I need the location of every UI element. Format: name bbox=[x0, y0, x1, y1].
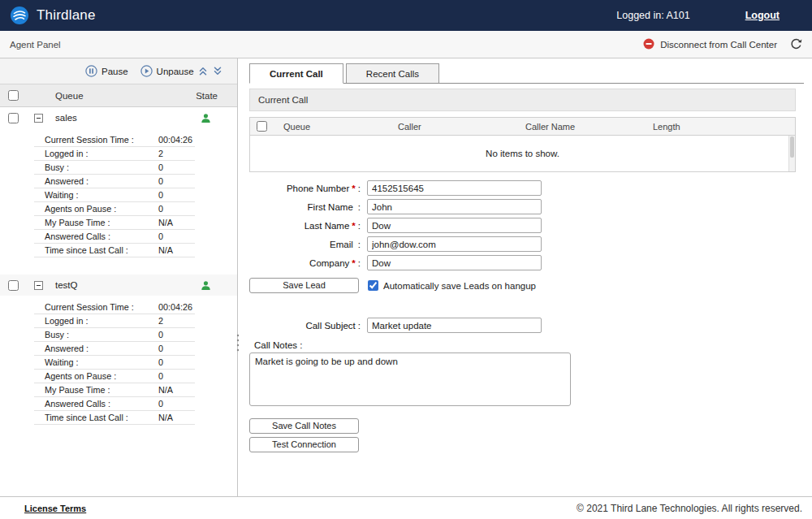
first-name-input[interactable] bbox=[367, 199, 542, 214]
queue-stat-row: Time since Last Call :N/A bbox=[34, 411, 195, 425]
collapse-toggle-icon[interactable] bbox=[34, 281, 43, 290]
queues-panel: Pause Unpause bbox=[0, 58, 238, 496]
queue-stats: Current Session Time :00:04:26 Logged in… bbox=[34, 133, 195, 257]
call-table-header: Queue Caller Caller Name Length bbox=[250, 118, 795, 136]
stat-label: My Pause Time : bbox=[34, 218, 158, 227]
save-lead-row: Save Lead Automatically save Leads on ha… bbox=[249, 278, 804, 293]
stat-label: Waiting : bbox=[34, 190, 158, 200]
collapse-all-icon[interactable] bbox=[198, 66, 208, 76]
scrollbar-thumb[interactable] bbox=[790, 136, 794, 158]
auto-save-checkbox[interactable] bbox=[368, 280, 378, 291]
queue-row-sales[interactable]: sales bbox=[0, 107, 237, 128]
queue-stat-row: Agents on Pause :0 bbox=[34, 202, 195, 216]
copyright-text: © 2021 Third Lane Technologies. All righ… bbox=[577, 503, 802, 514]
refresh-icon[interactable] bbox=[790, 38, 802, 50]
brand-title: Thirdlane bbox=[37, 7, 96, 24]
page-title: Agent Panel bbox=[10, 40, 61, 50]
queues-list: sales Current Session Time :00:04:26 Log… bbox=[0, 107, 237, 496]
pause-button[interactable]: Pause bbox=[85, 65, 128, 77]
stat-value: N/A bbox=[158, 245, 173, 255]
agent-panel-app: Thirdlane Logged in: A101 Logout Agent P… bbox=[0, 0, 812, 519]
stat-label: Time since Last Call : bbox=[34, 245, 158, 255]
tab-current-call[interactable]: Current Call bbox=[249, 63, 343, 84]
state-column-header: State bbox=[196, 91, 218, 101]
logout-link[interactable]: Logout bbox=[745, 10, 780, 21]
stat-value: N/A bbox=[158, 413, 173, 422]
phone-number-input[interactable] bbox=[367, 180, 542, 196]
queue-stat-row: Agents on Pause :0 bbox=[34, 370, 195, 383]
thirdlane-logo-icon bbox=[10, 6, 29, 25]
queue-stats: Current Session Time :00:04:26 Logged in… bbox=[34, 301, 195, 425]
disconnect-button[interactable]: Disconnect from Call Center bbox=[643, 38, 777, 51]
form-row: Last Name*: bbox=[249, 218, 804, 233]
stat-value: N/A bbox=[158, 385, 173, 395]
agent-state-icon bbox=[201, 280, 211, 291]
queue-column: Queue bbox=[276, 122, 398, 132]
section-title: Current Call bbox=[249, 89, 796, 111]
stat-value: 2 bbox=[158, 316, 163, 326]
call-notes-textarea[interactable]: Market is going to be up and down bbox=[249, 352, 571, 406]
tab-bar: Current Call Recent Calls bbox=[249, 63, 804, 84]
required-asterisk: * bbox=[352, 221, 355, 231]
stat-value: 2 bbox=[158, 149, 163, 158]
tab-recent-calls[interactable]: Recent Calls bbox=[346, 63, 439, 83]
queue-stat-row: Answered :0 bbox=[34, 342, 195, 356]
length-column: Length bbox=[653, 122, 788, 132]
empty-table-message: No items to show. bbox=[486, 149, 559, 158]
caller-column: Caller bbox=[398, 122, 525, 132]
stat-label: Answered : bbox=[34, 344, 158, 353]
auto-save-option: Automatically save Leads on hangup bbox=[368, 280, 536, 291]
queue-name: sales bbox=[55, 113, 77, 123]
queue-checkbox[interactable] bbox=[8, 113, 19, 123]
select-all-calls-checkbox[interactable] bbox=[257, 121, 267, 132]
queue-column-header: Queue bbox=[55, 91, 84, 101]
stat-value: N/A bbox=[158, 218, 173, 227]
select-all-queues-checkbox[interactable] bbox=[8, 90, 19, 101]
logged-in-label: Logged in: A101 bbox=[616, 10, 689, 21]
body-area: Pause Unpause bbox=[0, 58, 812, 496]
unpause-label: Unpause bbox=[157, 67, 194, 76]
call-subject-input[interactable] bbox=[367, 318, 542, 333]
stat-label: Logged in : bbox=[34, 316, 158, 326]
queue-stat-row: Logged in :2 bbox=[34, 314, 195, 328]
stat-label: Time since Last Call : bbox=[34, 413, 158, 422]
license-terms-link[interactable]: License Terms bbox=[24, 504, 86, 513]
save-lead-button[interactable]: Save Lead bbox=[249, 278, 359, 293]
first-name-label: First Name: bbox=[249, 202, 361, 212]
disconnect-icon bbox=[643, 38, 654, 51]
company-input[interactable] bbox=[367, 255, 542, 270]
disconnect-label: Disconnect from Call Center bbox=[660, 40, 777, 50]
auto-save-label: Automatically save Leads on hangup bbox=[383, 281, 536, 291]
sub-header: Agent Panel Disconnect from Call Center bbox=[0, 31, 812, 58]
stat-value: 0 bbox=[158, 371, 163, 381]
top-bar: Thirdlane Logged in: A101 Logout bbox=[0, 0, 812, 31]
stat-label: Logged in : bbox=[34, 149, 158, 158]
form-row: Phone Number*: bbox=[249, 180, 804, 196]
company-label: Company*: bbox=[249, 258, 361, 268]
phone-number-label: Phone Number*: bbox=[249, 184, 361, 193]
stat-label: Answered Calls : bbox=[34, 231, 158, 241]
form-row: Email: bbox=[249, 236, 804, 252]
unpause-button[interactable]: Unpause bbox=[140, 65, 194, 77]
queue-checkbox[interactable] bbox=[8, 280, 19, 291]
collapse-toggle-icon[interactable] bbox=[34, 114, 43, 123]
email-input[interactable] bbox=[367, 236, 542, 252]
caller-name-column: Caller Name bbox=[525, 122, 653, 132]
stat-label: Agents on Pause : bbox=[34, 371, 158, 381]
pause-label: Pause bbox=[102, 67, 128, 76]
save-call-notes-button[interactable]: Save Call Notes bbox=[249, 418, 359, 434]
stat-label: My Pause Time : bbox=[34, 385, 158, 395]
call-notes-label: Call Notes : bbox=[249, 340, 804, 350]
stat-value: 00:04:26 bbox=[158, 302, 192, 312]
queue-row-testq[interactable]: testQ bbox=[0, 275, 237, 296]
expand-all-icon[interactable] bbox=[213, 66, 222, 76]
form-row: First Name: bbox=[249, 199, 804, 214]
panel-splitter[interactable] bbox=[234, 331, 242, 354]
test-connection-button[interactable]: Test Connection bbox=[249, 437, 359, 452]
table-scrollbar[interactable] bbox=[788, 136, 795, 171]
queue-stat-row: Time since Last Call :N/A bbox=[34, 244, 195, 257]
queue-stat-row: Logged in :2 bbox=[34, 147, 195, 161]
last-name-input[interactable] bbox=[367, 218, 542, 233]
email-label: Email: bbox=[249, 240, 361, 249]
stat-value: 0 bbox=[158, 399, 163, 409]
